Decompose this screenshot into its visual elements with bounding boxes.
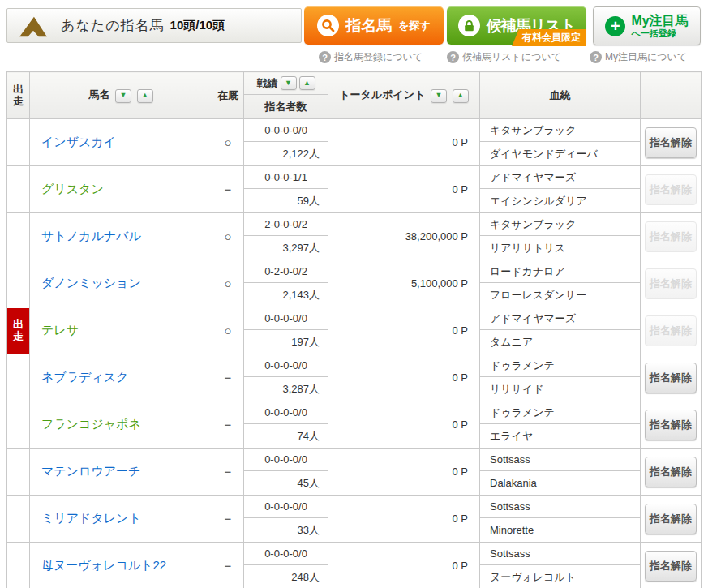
horse-name-link[interactable]: テレサ	[41, 323, 79, 337]
sort-desc-button[interactable]: ▼	[281, 76, 297, 90]
page-title: あなたの指名馬	[61, 16, 165, 35]
horse-name-link[interactable]: マテンロウアーチ	[41, 464, 140, 478]
race-cell	[7, 496, 30, 543]
horse-name-link[interactable]: インザスカイ	[41, 135, 116, 148]
horse-name-link[interactable]: フランコジャポネ	[41, 417, 141, 431]
unregister-button[interactable]: 指名解除	[645, 127, 697, 158]
stable-status: ○	[212, 213, 244, 260]
dam-name: タムニア	[480, 330, 640, 354]
horse-name-link[interactable]: 母ヌーヴォレコルト22	[41, 558, 166, 572]
race-cell	[7, 213, 30, 260]
page-header-bar: あなたの指名馬 10頭/10頭	[6, 8, 302, 43]
unregister-button[interactable]: 指名解除	[645, 410, 697, 440]
nominator-count: 33人	[244, 518, 328, 542]
stable-status: −	[212, 401, 244, 449]
sort-desc-button[interactable]: ▼	[115, 89, 131, 103]
dam-name: Minorette	[480, 518, 640, 542]
col-header-stable-label: 在厩	[217, 89, 238, 101]
table-row: ミリアドタレント − 0-0-0-0/0 33人 0 P Sottsass Mi…	[7, 496, 702, 543]
dam-name: フローレスダンサー	[480, 283, 640, 307]
blood-cell: Sottsass ヌーヴォレコルト	[480, 543, 641, 588]
my-watch-register-button[interactable]: + My注目馬 へ一括登録	[593, 6, 701, 45]
sort-asc-button[interactable]: ▲	[299, 76, 315, 90]
my-watch-label-line1: My注目馬	[631, 14, 688, 28]
stable-status: −	[212, 166, 244, 213]
question-icon: ?	[590, 51, 602, 63]
nominator-count: 248人	[244, 565, 328, 588]
sort-asc-button[interactable]: ▲	[453, 89, 469, 103]
name-cell: フランコジャポネ	[30, 401, 212, 449]
help-link-candidate-label: 候補馬リストについて	[462, 50, 561, 64]
col-header-race-label: 出走	[13, 84, 24, 108]
race-badge: 出走	[7, 308, 29, 354]
col-header-points: トータルポイント ▼ ▲	[328, 72, 480, 119]
find-horse-button[interactable]: 指名馬 を探す	[304, 6, 444, 45]
record-cell: 0-0-0-1/1 59人	[244, 166, 328, 213]
race-cell	[7, 543, 30, 588]
record-cell: 0-0-0-0/0 33人	[244, 496, 328, 543]
record-cell: 0-0-0-0/0 3,287人	[244, 354, 328, 401]
table-row: インザスカイ ○ 0-0-0-0/0 2,122人 0 P キタサンブラック ダ…	[7, 119, 702, 166]
blood-cell: ロードカナロア フローレスダンサー	[480, 260, 641, 307]
unregister-button[interactable]: 指名解除	[645, 363, 697, 393]
candidate-list-button[interactable]: 候補馬リスト 有料会員限定	[447, 6, 586, 45]
dam-name: ダイヤモンドディーバ	[480, 142, 640, 165]
action-cell: 指名解除	[641, 166, 702, 213]
sort-desc-button[interactable]: ▼	[431, 89, 447, 103]
unregister-button[interactable]: 指名解除	[645, 504, 697, 534]
action-cell: 指名解除	[641, 496, 702, 543]
nominator-count: 3,297人	[244, 236, 328, 260]
unregister-button[interactable]: 指名解除	[645, 551, 697, 582]
record-cell: 2-0-0-0/2 3,297人	[244, 213, 328, 260]
dam-name: Dalakania	[480, 471, 640, 495]
sort-asc-button[interactable]: ▲	[137, 89, 153, 103]
col-header-blood-label: 血統	[550, 89, 571, 101]
name-cell: マテンロウアーチ	[30, 449, 212, 496]
sire-name: Sottsass	[480, 449, 640, 471]
total-points: 38,200,000 P	[328, 213, 480, 260]
table-row: サトノカルナバル ○ 2-0-0-0/2 3,297人 38,200,000 P…	[7, 213, 702, 260]
name-cell: グリスタン	[30, 166, 212, 213]
sire-name: Sottsass	[480, 496, 640, 518]
race-cell	[7, 354, 30, 401]
blood-cell: Sottsass Dalakania	[480, 449, 641, 496]
col-header-name-label: 馬名	[88, 88, 109, 101]
table-row: 出走 テレサ ○ 0-0-0-0/0 197人 0 P アドマイヤマーズ タムニ…	[7, 307, 702, 354]
plus-icon: +	[605, 16, 625, 36]
horse-name-link[interactable]: グリスタン	[41, 182, 104, 195]
help-link-nomination-label: 指名馬登録について	[334, 50, 423, 64]
unregister-button[interactable]: 指名解除	[645, 457, 697, 487]
nominator-count: 2,122人	[244, 142, 328, 165]
help-link-watch[interactable]: ? My注目馬について	[590, 50, 687, 64]
unregister-button: 指名解除	[645, 221, 697, 252]
action-cell: 指名解除	[641, 449, 702, 496]
horse-name-link[interactable]: ネブラディスク	[41, 370, 128, 384]
col-header-action	[641, 72, 702, 119]
horse-name-link[interactable]: ミリアドタレント	[41, 511, 141, 525]
horse-name-link[interactable]: サトノカルナバル	[41, 229, 141, 242]
action-cell: 指名解除	[641, 119, 702, 166]
record-value: 0-2-0-0/2	[244, 260, 328, 283]
total-points: 0 P	[328, 354, 480, 401]
help-link-candidate[interactable]: ? 候補馬リストについて	[447, 50, 561, 64]
name-cell: ミリアドタレント	[30, 496, 212, 543]
unregister-button: 指名解除	[645, 268, 697, 299]
horse-name-link[interactable]: ダノンミッション	[41, 276, 141, 290]
dam-name: エイシンシルダリア	[480, 189, 640, 212]
name-cell: ネブラディスク	[30, 354, 212, 401]
help-link-nomination[interactable]: ? 指名馬登録について	[319, 50, 423, 64]
sire-name: Sottsass	[480, 543, 640, 565]
col-header-points-label: トータルポイント	[339, 88, 425, 101]
page: あなたの指名馬 10頭/10頭 指名馬 を探す 候補馬リスト 有料会員限定 + …	[0, 0, 708, 588]
action-cell: 指名解除	[641, 213, 702, 260]
search-icon	[317, 15, 339, 36]
my-watch-label: My注目馬 へ一括登録	[631, 14, 688, 38]
col-header-record: 戦績 ▼ ▲ 指名者数	[244, 72, 328, 119]
record-value: 0-0-0-0/0	[244, 401, 328, 424]
stable-status: −	[212, 496, 244, 543]
horse-table: 出走 馬名 ▼ ▲ 在厩 戦績 ▼ ▲ 指名者数	[6, 71, 702, 588]
action-cell: 指名解除	[641, 354, 702, 401]
col-header-name: 馬名 ▼ ▲	[30, 72, 212, 119]
dam-name: リアリサトリス	[480, 236, 640, 260]
race-cell	[7, 166, 30, 213]
